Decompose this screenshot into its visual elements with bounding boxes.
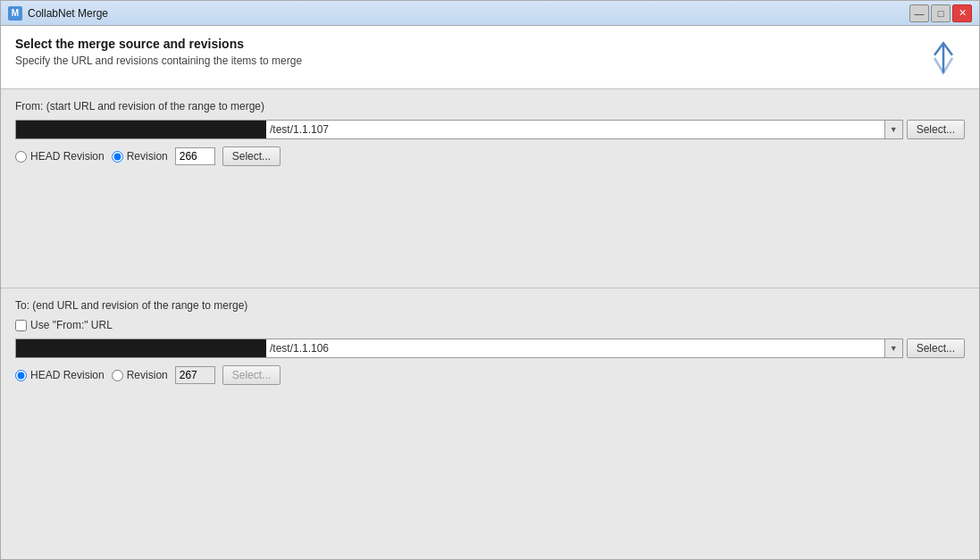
- to-url-input-wrapper: ▼: [15, 339, 903, 358]
- from-revision-radio[interactable]: [112, 151, 123, 163]
- from-url-input[interactable]: [266, 121, 884, 138]
- from-url-masked: [16, 121, 266, 138]
- to-url-input[interactable]: [266, 339, 884, 357]
- from-revision-text: Revision: [127, 150, 168, 163]
- to-url-select-button[interactable]: Select...: [907, 339, 965, 358]
- to-revision-select-button[interactable]: Select...: [222, 365, 281, 385]
- from-revision-radio-label[interactable]: Revision: [112, 150, 168, 163]
- from-spacer: [1, 180, 979, 288]
- from-revision-input[interactable]: [175, 147, 215, 165]
- to-head-revision-label[interactable]: HEAD Revision: [15, 369, 105, 381]
- from-url-input-wrapper: ▼: [15, 120, 903, 139]
- to-revision-row: HEAD Revision Revision Select...: [15, 365, 965, 385]
- from-head-revision-text: HEAD Revision: [30, 150, 105, 163]
- to-url-row: ▼ Select...: [15, 339, 965, 358]
- header-title: Select the merge source and revisions: [15, 37, 302, 51]
- use-from-url-checkbox[interactable]: [15, 320, 27, 331]
- bottom-spacer: [1, 399, 979, 471]
- to-url-dropdown-arrow: ▼: [890, 344, 898, 353]
- app-icon: M: [8, 6, 22, 21]
- minimize-button[interactable]: —: [909, 4, 929, 22]
- to-url-masked: [16, 339, 266, 357]
- from-section-label: From: (start URL and revision of the ran…: [15, 100, 965, 113]
- from-head-revision-radio[interactable]: [15, 151, 27, 163]
- from-url-row: ▼ Select...: [15, 120, 965, 139]
- to-head-revision-text: HEAD Revision: [30, 369, 105, 381]
- to-head-revision-radio[interactable]: [15, 370, 27, 381]
- to-revision-radio[interactable]: [112, 370, 123, 381]
- header-section: Select the merge source and revisions Sp…: [1, 26, 979, 89]
- window-controls: — □ ✕: [909, 4, 972, 22]
- merge-icon: [926, 40, 961, 76]
- window-title: CollabNet Merge: [28, 7, 909, 20]
- from-revision-select-button[interactable]: Select...: [222, 146, 281, 166]
- to-url-dropdown-button[interactable]: ▼: [884, 339, 902, 357]
- titlebar: M CollabNet Merge — □ ✕: [1, 1, 979, 26]
- header-subtitle: Specify the URL and revisions containing…: [15, 54, 302, 67]
- to-revision-input[interactable]: [175, 366, 215, 384]
- from-url-dropdown-arrow: ▼: [890, 125, 898, 134]
- from-section: From: (start URL and revision of the ran…: [1, 89, 979, 180]
- to-revision-text: Revision: [127, 369, 168, 381]
- from-url-select-button[interactable]: Select...: [907, 120, 965, 139]
- use-from-url-row: Use "From:" URL: [15, 319, 965, 331]
- header-text: Select the merge source and revisions Sp…: [15, 37, 302, 67]
- main-window: M CollabNet Merge — □ ✕ Select the merge…: [0, 0, 980, 560]
- use-from-url-text: Use "From:" URL: [30, 319, 113, 331]
- from-revision-row: HEAD Revision Revision Select...: [15, 146, 965, 166]
- from-head-revision-label[interactable]: HEAD Revision: [15, 150, 105, 163]
- to-revision-radio-label[interactable]: Revision: [112, 369, 168, 381]
- header-icon-area: [922, 37, 965, 79]
- maximize-button[interactable]: □: [931, 4, 951, 22]
- to-section: To: (end URL and revision of the range t…: [1, 288, 979, 399]
- close-button[interactable]: ✕: [952, 4, 972, 22]
- from-url-dropdown-button[interactable]: ▼: [884, 121, 902, 138]
- to-section-label: To: (end URL and revision of the range t…: [15, 299, 965, 312]
- use-from-url-label[interactable]: Use "From:" URL: [15, 319, 113, 331]
- main-content: From: (start URL and revision of the ran…: [1, 89, 979, 559]
